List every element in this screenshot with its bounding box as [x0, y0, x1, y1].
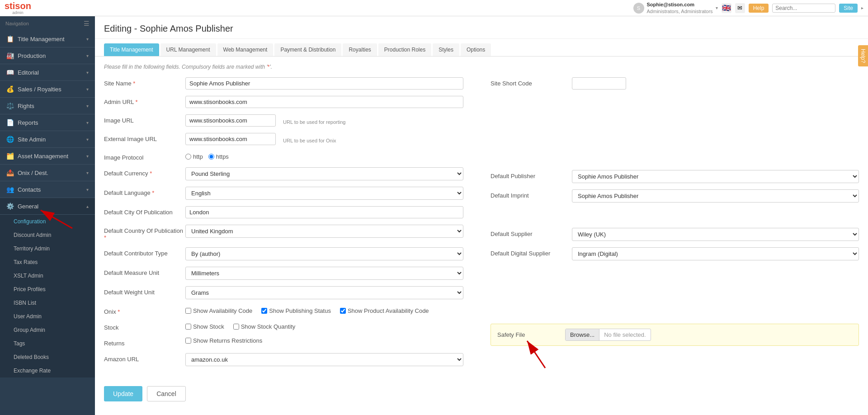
help-float-button[interactable]: Help?: [858, 45, 868, 66]
sidebar-sub-item-territory-admin[interactable]: Territory Admin: [0, 242, 95, 255]
tab-url-management[interactable]: URL Management: [160, 43, 216, 56]
sidebar-sub-item-price-profiles[interactable]: Price Profiles: [0, 283, 95, 296]
show-availability-label[interactable]: Show Availability Code: [185, 307, 252, 314]
required-marker: *: [133, 80, 135, 87]
show-stock-quantity-label[interactable]: Show Stock Quantity: [233, 323, 296, 330]
show-availability-checkbox[interactable]: [185, 308, 191, 314]
default-contributor-select[interactable]: By (author): [185, 247, 463, 260]
default-language-select[interactable]: English: [185, 187, 463, 200]
default-measure-select[interactable]: Millimeters: [185, 267, 463, 280]
show-stock-checkbox[interactable]: [185, 324, 191, 330]
default-country-select[interactable]: United Kingdom: [185, 225, 463, 238]
sidebar-sub-item-isbn-list[interactable]: ISBN List: [0, 296, 95, 310]
radio-http[interactable]: http: [185, 153, 203, 160]
cancel-button[interactable]: Cancel: [147, 386, 186, 401]
default-supplier-select[interactable]: Wiley (UK): [572, 228, 859, 241]
show-returns-checkbox[interactable]: [185, 338, 191, 344]
sidebar-item-site-admin[interactable]: 🌐 Site Admin ▾: [0, 131, 95, 148]
default-measure-label: Default Measure Unit: [104, 267, 185, 276]
sidebar-item-general[interactable]: ⚙️ General ▴: [0, 198, 95, 215]
sidebar-sub-item-tax-rates[interactable]: Tax Rates: [0, 255, 95, 269]
safety-file-inner: Safety File Browse... No file selected.: [497, 329, 852, 341]
show-stock-label[interactable]: Show Stock: [185, 323, 224, 330]
sidebar-sub-item-tags[interactable]: Tags: [0, 337, 95, 350]
image-protocol-control: http https: [185, 151, 463, 160]
sidebar-sub-item-deleted-books[interactable]: Deleted Books: [0, 350, 95, 364]
user-info[interactable]: S Sophie@stison.com Administrators, Admi…: [633, 1, 718, 14]
show-stock-quantity-checkbox[interactable]: [233, 324, 239, 330]
tab-bar: Title Management URL Management Web Mana…: [95, 39, 868, 57]
form-note: Please fill in the following fields. Com…: [104, 64, 859, 70]
spacer8: [491, 305, 859, 324]
chevron-up-icon: ▴: [86, 204, 89, 209]
sidebar-item-label: Site Admin: [18, 136, 46, 143]
default-city-input[interactable]: [185, 206, 463, 218]
default-currency-control: Pound Sterling: [185, 167, 463, 180]
sidebar-sub-item-user-admin[interactable]: User Admin: [0, 310, 95, 323]
help-button[interactable]: Help: [749, 4, 769, 13]
default-imprint-select[interactable]: Sophie Amos Publisher: [572, 189, 859, 203]
radio-http-input[interactable]: [185, 154, 191, 160]
show-product-availability-label[interactable]: Show Product Availability Code: [340, 307, 429, 314]
default-weight-select[interactable]: Grams: [185, 286, 463, 299]
user-dropdown-icon[interactable]: ▾: [716, 5, 718, 10]
form-row-default-publisher: Default Publisher Sophie Amos Publisher: [491, 170, 859, 183]
radio-https-input[interactable]: [208, 154, 214, 160]
tab-styles[interactable]: Styles: [433, 43, 459, 56]
sidebar-item-production[interactable]: 🏭 Production ▾: [0, 47, 95, 64]
user-details: Sophie@stison.com Administrators, Admini…: [647, 1, 713, 14]
radio-https[interactable]: https: [208, 153, 229, 160]
site-chevron-icon[interactable]: ▸: [861, 5, 863, 10]
sidebar-item-onix[interactable]: 📤 Onix / Dest. ▾: [0, 165, 95, 181]
returns-control: Show Returns Restrictions: [185, 337, 463, 344]
show-product-availability-checkbox[interactable]: [340, 308, 346, 314]
tab-title-management[interactable]: Title Management: [104, 43, 159, 56]
default-currency-select[interactable]: Pound Sterling: [185, 167, 463, 180]
mail-icon[interactable]: ✉: [735, 3, 745, 13]
returns-label: Returns: [104, 337, 185, 347]
required-marker: *: [104, 234, 106, 241]
editorial-icon: 📖: [6, 69, 14, 76]
sidebar-item-asset-management[interactable]: 🗂️ Asset Management ▾: [0, 148, 95, 165]
tab-payment-distribution[interactable]: Payment & Distribution: [274, 43, 341, 56]
amazon-url-select[interactable]: amazon.co.uk: [185, 353, 463, 366]
update-button[interactable]: Update: [104, 386, 142, 401]
browse-button[interactable]: Browse...: [566, 329, 599, 340]
sidebar-sub-item-discount-admin[interactable]: Discount Admin: [0, 228, 95, 242]
sidebar-sub-item-configuration[interactable]: Configuration: [0, 215, 95, 228]
tab-options[interactable]: Options: [461, 43, 491, 56]
default-imprint-control: Sophie Amos Publisher: [572, 189, 859, 203]
sales-icon: 💰: [6, 85, 14, 93]
show-publishing-checkbox[interactable]: [261, 308, 267, 314]
sidebar: Navigation ☰ 📋 Title Management ▾ 🏭 Prod…: [0, 16, 95, 415]
search-input[interactable]: [772, 4, 835, 13]
sidebar-item-editorial[interactable]: 📖 Editorial ▾: [0, 64, 95, 81]
sidebar-item-rights[interactable]: ⚖️ Rights ▾: [0, 98, 95, 114]
default-publisher-select[interactable]: Sophie Amos Publisher: [572, 170, 859, 183]
flag-icon[interactable]: 🇬🇧: [722, 3, 731, 13]
site-name-input[interactable]: [185, 77, 463, 90]
admin-url-input[interactable]: [185, 96, 463, 108]
tab-royalties[interactable]: Royalties: [343, 43, 377, 56]
hamburger-icon[interactable]: ☰: [84, 20, 90, 27]
tab-web-management[interactable]: Web Management: [217, 43, 274, 56]
site-button[interactable]: Site: [839, 4, 858, 13]
form-area: Please fill in the following fields. Com…: [95, 57, 868, 409]
external-image-url-input[interactable]: [185, 133, 276, 145]
sidebar-item-reports[interactable]: 📄 Reports ▾: [0, 114, 95, 131]
show-returns-label[interactable]: Show Returns Restrictions: [185, 337, 463, 344]
sidebar-item-contacts[interactable]: 👥 Contacts ▾: [0, 181, 95, 198]
required-marker: *: [118, 308, 120, 315]
site-short-code-input[interactable]: [572, 77, 626, 90]
external-image-url-control: URL to be used for Onix: [185, 133, 463, 145]
sidebar-item-title-management[interactable]: 📋 Title Management ▾: [0, 31, 95, 47]
tab-production-roles[interactable]: Production Roles: [378, 43, 431, 56]
default-digital-supplier-control: Ingram (Digital): [572, 247, 859, 260]
show-publishing-label[interactable]: Show Publishing Status: [261, 307, 331, 314]
sidebar-sub-item-exchange-rate[interactable]: Exchange Rate: [0, 364, 95, 377]
image-url-input[interactable]: [185, 114, 276, 127]
sidebar-sub-item-group-admin[interactable]: Group Admin: [0, 323, 95, 337]
default-digital-supplier-select[interactable]: Ingram (Digital): [572, 247, 859, 260]
sidebar-item-sales-royalties[interactable]: 💰 Sales / Royalties ▾: [0, 81, 95, 98]
sidebar-sub-item-xslt-admin[interactable]: XSLT Admin: [0, 269, 95, 283]
